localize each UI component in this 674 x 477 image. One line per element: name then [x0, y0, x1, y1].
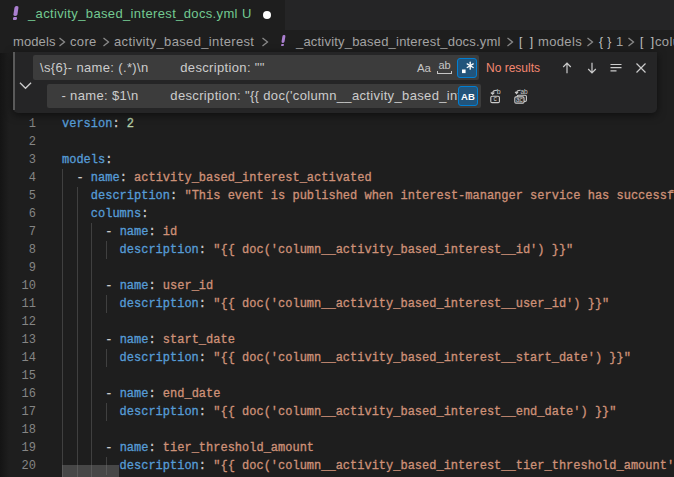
svg-text:b: b [496, 88, 500, 95]
svg-text:ac: ac [515, 95, 523, 102]
svg-text:ab: ab [520, 88, 528, 95]
